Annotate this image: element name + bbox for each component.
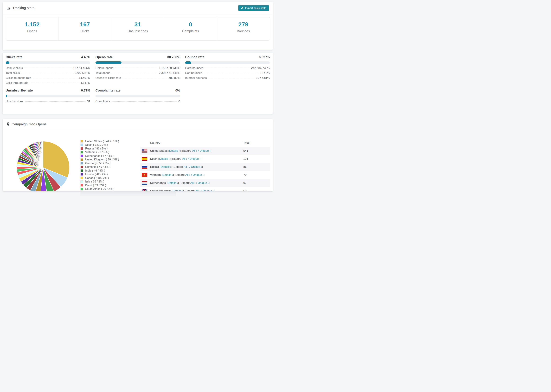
rate-title: Unsubscribe rate: [6, 89, 33, 92]
rate-rows: Hard bounces242 / 86.738%Soft bounces18 …: [185, 66, 270, 81]
progress-bar-track: [6, 61, 90, 64]
bracket: ] [Export:: [173, 173, 185, 176]
rate-head: Opens rate30.736%: [95, 55, 180, 59]
country-cell: United Kingdom [Details ›] [Export: All …: [150, 189, 243, 191]
legend-label: Spain ( 121 / 7% ): [85, 143, 108, 147]
legend-item-united-kingdom: United Kingdom ( 59 / 3% ): [80, 158, 119, 162]
legend-label: South Africa ( 29 / 2% ): [85, 188, 114, 190]
stat-label: Bounces: [217, 29, 270, 33]
legend-swatch: [80, 176, 83, 179]
geo-header: Campaign Geo Opens: [3, 119, 273, 126]
rate-row-value: 1,152 / 30.736%: [159, 66, 180, 70]
total-cell: 541: [243, 149, 270, 153]
rate-row-label: Unique clicks: [6, 66, 23, 70]
export-all-link[interactable]: All ›: [190, 181, 195, 185]
dotted-leader: [205, 68, 249, 68]
column-header-country: Country: [150, 141, 243, 145]
geo-pie-chart: [16, 140, 71, 191]
stat-value: 167: [59, 21, 111, 28]
export-all-link[interactable]: All ›: [185, 173, 190, 176]
ru-flag-icon: [142, 165, 147, 169]
bar-chart-icon: [7, 6, 10, 10]
legend-label: France ( 42 / 2% ): [85, 173, 108, 176]
dotted-leader: [112, 101, 177, 102]
legend-swatch: [80, 169, 83, 172]
legend-label: Canada ( 40 / 2% ): [85, 176, 109, 180]
legend-swatch: [80, 162, 83, 165]
export-basic-stats-button[interactable]: Export basic stats: [238, 5, 269, 11]
rate-title: Bounce rate: [185, 55, 204, 59]
export-all-link[interactable]: All ›: [182, 157, 187, 161]
legend-label: Romania ( 49 / 3% ): [85, 165, 110, 168]
rate-row-label: Internal bounces: [185, 76, 207, 80]
dotted-leader: [33, 78, 77, 78]
export-unique-link[interactable]: Unique ›: [190, 157, 201, 161]
export-unique-link[interactable]: Unique ›: [203, 189, 214, 191]
rate-section-clicks: Clicks rate4.46%Unique clicks167 / 4.456…: [6, 55, 90, 86]
legend-label: Brazil ( 33 / 2% ): [85, 184, 106, 187]
country-cell: Russia [Details ›] [Export: All › / Uniq…: [150, 165, 243, 169]
geo-table-header-row: Country Total: [140, 139, 270, 147]
export-all-link[interactable]: All ›: [192, 149, 197, 152]
details-link[interactable]: Details ›: [161, 165, 171, 168]
rate-head: Unsubscribe rate0.77%: [6, 89, 90, 93]
rate-row-value: 0: [178, 100, 180, 103]
export-unique-link[interactable]: Unique ›: [193, 173, 204, 176]
details-link[interactable]: Details ›: [172, 189, 183, 191]
progress-bar-track: [6, 95, 90, 97]
rate-rows: Unique opens1,152 / 30.736%Total opens2,…: [95, 66, 180, 81]
rate-row: Unique opens1,152 / 30.736%: [95, 66, 180, 71]
slash: /: [200, 189, 203, 191]
rate-rows: Unsubscribes31: [6, 100, 90, 105]
rate-section-bounce: Bounce rate6.927%Hard bounces242 / 86.73…: [185, 55, 270, 86]
export-unique-link[interactable]: Unique ›: [198, 181, 209, 185]
rate-row-label: Total clicks: [6, 71, 20, 75]
legend-item-germany: Germany ( 55 / 3% ): [80, 161, 119, 165]
campaign-geo-opens-card: Campaign Geo Opens United States ( 541 /…: [3, 119, 273, 191]
rate-row-label: Opens to clicks rate: [95, 76, 121, 80]
rate-pct-value: 4.46%: [81, 55, 90, 59]
details-link[interactable]: Details ›: [159, 157, 170, 161]
export-all-link[interactable]: All ›: [195, 189, 200, 191]
export-unique-link[interactable]: Unique ›: [191, 165, 202, 168]
details-link[interactable]: Details ›: [167, 181, 178, 185]
map-pin-icon: [7, 122, 10, 126]
table-row-gb: United Kingdom [Details ›] [Export: All …: [140, 187, 270, 191]
table-row-es: Spain [Details ›] [Export: All › / Uniqu…: [140, 155, 270, 163]
rate-row: Internal bounces19 / 6.81%: [185, 76, 270, 81]
legend-item-netherlands: Netherlands ( 67 / 4% ): [80, 154, 119, 158]
rate-row-value: 167 / 4.456%: [73, 66, 90, 70]
details-link[interactable]: Details ›: [162, 173, 173, 176]
rate-head: Clicks rate4.46%: [6, 55, 90, 59]
country-name: Russia: [150, 165, 160, 168]
legend-item-russia: Russia ( 86 / 5% ): [80, 147, 119, 151]
legend-swatch: [80, 140, 83, 143]
legend-label: Vietnam ( 79 / 5% ): [85, 151, 109, 154]
tracking-stats-title-wrap: Tracking stats: [7, 6, 34, 10]
rate-row-label: Complaints: [95, 100, 110, 103]
rate-rows: Unique clicks167 / 4.456%Total clicks220…: [6, 66, 90, 86]
page-bottom-shadow: [80, 192, 176, 196]
country-cell: Netherlands [Details ›] [Export: All › /…: [150, 181, 243, 185]
export-icon: [241, 7, 243, 10]
rate-row-value: 14.497%: [79, 76, 90, 80]
stat-label: Complaints: [164, 29, 217, 33]
export-unique-link[interactable]: Unique ›: [199, 149, 211, 152]
export-all-link[interactable]: All ›: [184, 165, 189, 168]
rate-rows: Complaints0: [95, 100, 180, 105]
rate-title: Complaints rate: [95, 89, 121, 92]
slash: /: [195, 181, 198, 185]
export-button-label: Export basic stats: [245, 7, 266, 9]
legend-swatch: [80, 154, 83, 157]
rate-row: Hard bounces242 / 86.738%: [185, 66, 270, 71]
stat-cell-clicks: 167Clicks: [58, 17, 111, 40]
total-cell: 67: [243, 181, 270, 185]
geo-body: United States ( 541 / 31% )Spain ( 121 /…: [3, 129, 273, 191]
stat-value: 279: [217, 21, 270, 28]
rate-pct-value: 0%: [175, 89, 180, 92]
dotted-leader: [24, 68, 71, 68]
stat-cell-unsubscribes: 31Unsubscribes: [111, 17, 164, 40]
legend-item-south-africa: South Africa ( 29 / 2% ): [80, 187, 119, 191]
details-link[interactable]: Details ›: [169, 149, 180, 152]
rate-pct-value: 0.77%: [81, 89, 90, 92]
